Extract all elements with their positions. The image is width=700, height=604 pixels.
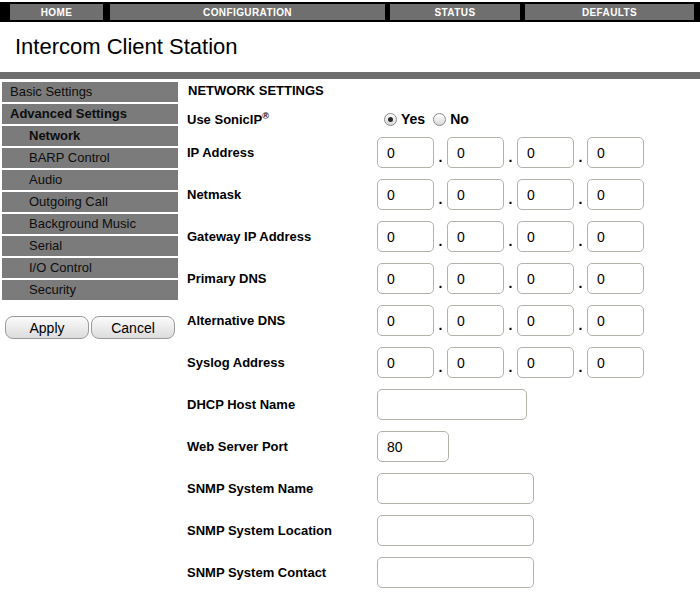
octet-separator: . (434, 194, 447, 204)
use-sonicip-label: Use SonicIP® (187, 111, 377, 127)
primary-dns-octet-3[interactable] (517, 263, 574, 294)
web-server-port-input[interactable] (377, 431, 449, 462)
snmp-system-location-label: SNMP System Location (187, 523, 377, 538)
content-area: Basic Settings Advanced Settings Network… (0, 82, 700, 588)
sonicip-yes-option[interactable]: Yes (384, 111, 425, 127)
ip-address-octet-1[interactable] (377, 137, 434, 168)
netmask-octet-1[interactable] (377, 179, 434, 210)
octet-separator: . (434, 278, 447, 288)
netmask-row: Netmask . . . (187, 179, 700, 210)
sidebar-menu: Basic Settings Advanced Settings Network… (2, 82, 178, 588)
nav-item-defaults[interactable]: DEFAULTS (525, 4, 694, 20)
netmask-label: Netmask (187, 187, 377, 202)
octet-separator: . (574, 194, 587, 204)
use-sonicip-radio-group: Yes No (384, 111, 469, 127)
netmask-octet-4[interactable] (587, 179, 644, 210)
ip-address-row: IP Address . . . (187, 137, 700, 168)
gateway-row: Gateway IP Address . . . (187, 221, 700, 252)
octet-separator: . (574, 362, 587, 372)
sidebar-item-outgoing-call[interactable]: Outgoing Call (2, 192, 178, 212)
sidebar-item-security[interactable]: Security (2, 280, 178, 300)
ip-address-octet-2[interactable] (447, 137, 504, 168)
octet-separator: . (434, 152, 447, 162)
primary-dns-row: Primary DNS . . . (187, 263, 700, 294)
dhcp-host-name-input[interactable] (377, 389, 527, 420)
octet-separator: . (574, 278, 587, 288)
gateway-octet-4[interactable] (587, 221, 644, 252)
snmp-system-contact-row: SNMP System Contact (187, 557, 700, 588)
top-nav-bar: HOME CONFIGURATION STATUS DEFAULTS (0, 2, 700, 22)
gateway-octet-3[interactable] (517, 221, 574, 252)
octet-separator: . (574, 320, 587, 330)
octet-separator: . (504, 236, 517, 246)
ip-address-octet-3[interactable] (517, 137, 574, 168)
section-heading: NETWORK SETTINGS (188, 84, 700, 97)
netmask-octet-3[interactable] (517, 179, 574, 210)
gateway-octet-1[interactable] (377, 221, 434, 252)
radio-yes-label: Yes (401, 111, 425, 127)
octet-separator: . (434, 362, 447, 372)
syslog-label: Syslog Address (187, 355, 377, 370)
primary-dns-octet-2[interactable] (447, 263, 504, 294)
alternative-dns-octet-1[interactable] (377, 305, 434, 336)
radio-yes-icon[interactable] (384, 113, 397, 126)
octet-separator: . (504, 278, 517, 288)
sidebar-item-io-control[interactable]: I/O Control (2, 258, 178, 278)
snmp-system-location-row: SNMP System Location (187, 515, 700, 546)
sidebar-item-serial[interactable]: Serial (2, 236, 178, 256)
sidebar-item-basic-settings[interactable]: Basic Settings (2, 82, 178, 102)
ip-address-octet-4[interactable] (587, 137, 644, 168)
nav-item-status[interactable]: STATUS (390, 4, 520, 20)
gateway-octet-2[interactable] (447, 221, 504, 252)
octet-separator: . (434, 320, 447, 330)
octet-separator: . (504, 152, 517, 162)
registered-trademark-symbol: ® (262, 111, 269, 121)
alternative-dns-octet-4[interactable] (587, 305, 644, 336)
octet-separator: . (574, 152, 587, 162)
ip-address-label: IP Address (187, 145, 377, 160)
octet-separator: . (504, 194, 517, 204)
snmp-system-location-input[interactable] (377, 515, 534, 546)
dhcp-host-name-row: DHCP Host Name (187, 389, 700, 420)
radio-no-label: No (450, 111, 469, 127)
sidebar-item-audio[interactable]: Audio (2, 170, 178, 190)
snmp-system-contact-input[interactable] (377, 557, 534, 588)
octet-separator: . (504, 320, 517, 330)
snmp-system-name-input[interactable] (377, 473, 534, 504)
netmask-octet-2[interactable] (447, 179, 504, 210)
octet-separator: . (504, 362, 517, 372)
alternative-dns-octet-2[interactable] (447, 305, 504, 336)
sidebar-button-row: Apply Cancel (5, 316, 178, 339)
octet-separator: . (434, 236, 447, 246)
web-server-port-label: Web Server Port (187, 439, 377, 454)
sidebar-item-background-music[interactable]: Background Music (2, 214, 178, 234)
nav-item-home[interactable]: HOME (10, 4, 103, 20)
snmp-system-name-label: SNMP System Name (187, 481, 377, 496)
cancel-button[interactable]: Cancel (91, 316, 175, 339)
nav-item-configuration[interactable]: CONFIGURATION (110, 4, 385, 20)
gateway-label: Gateway IP Address (187, 229, 377, 244)
syslog-octet-4[interactable] (587, 347, 644, 378)
sidebar-item-network[interactable]: Network (2, 126, 178, 146)
syslog-octet-2[interactable] (447, 347, 504, 378)
primary-dns-label: Primary DNS (187, 271, 377, 286)
radio-no-icon[interactable] (433, 113, 446, 126)
page-title: Intercom Client Station (15, 34, 700, 59)
sidebar-item-barp-control[interactable]: BARP Control (2, 148, 178, 168)
sidebar-item-advanced-settings[interactable]: Advanced Settings (2, 104, 178, 124)
dhcp-host-name-label: DHCP Host Name (187, 397, 377, 412)
syslog-octet-1[interactable] (377, 347, 434, 378)
sonicip-no-option[interactable]: No (433, 111, 469, 127)
use-sonicip-row: Use SonicIP® Yes No (187, 109, 700, 129)
web-server-port-row: Web Server Port (187, 431, 700, 462)
apply-button[interactable]: Apply (5, 316, 89, 339)
syslog-octet-3[interactable] (517, 347, 574, 378)
alternative-dns-row: Alternative DNS . . . (187, 305, 700, 336)
title-divider-bar (0, 72, 700, 79)
primary-dns-octet-1[interactable] (377, 263, 434, 294)
alternative-dns-octet-3[interactable] (517, 305, 574, 336)
snmp-system-name-row: SNMP System Name (187, 473, 700, 504)
octet-separator: . (574, 236, 587, 246)
alternative-dns-label: Alternative DNS (187, 313, 377, 328)
primary-dns-octet-4[interactable] (587, 263, 644, 294)
